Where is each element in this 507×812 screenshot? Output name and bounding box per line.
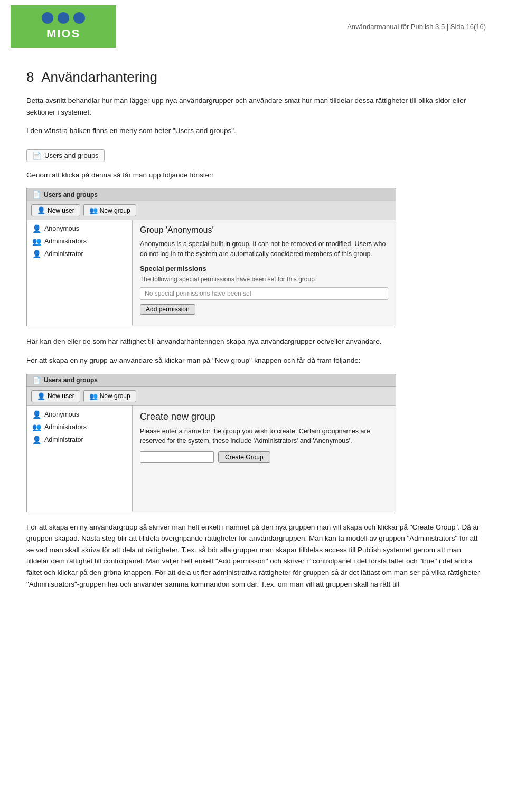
- special-permissions-label: Special permissions: [140, 265, 388, 272]
- list-item-administrator-2-label: Administrator: [44, 436, 83, 443]
- window2-list: 👤 Anonymous 👥 Administrators 👤 Administr…: [27, 406, 133, 512]
- chapter-number: 8: [26, 69, 34, 85]
- chapter-title: 8 Användarhantering: [26, 69, 481, 86]
- list-item-administrator-label: Administrator: [44, 250, 83, 258]
- chapter-name: Användarhantering: [41, 69, 157, 85]
- logo-circle-2: [58, 12, 69, 24]
- logo-circle-1: [42, 12, 53, 24]
- list-item-anonymous-label: Anonymous: [44, 225, 79, 232]
- window1-toolbar: 👤 New user 👥 New group: [27, 201, 396, 220]
- list-item-administrators-2-label: Administrators: [44, 423, 87, 431]
- ui-window-1: 📄 Users and groups 👤 New user 👥 New grou…: [26, 188, 396, 326]
- window2-title-icon: 📄: [32, 376, 41, 384]
- new-user-icon-2: 👤: [37, 392, 45, 400]
- window1-new-group-button[interactable]: 👥 New group: [83, 204, 136, 216]
- list-item-anonymous-2[interactable]: 👤 Anonymous: [27, 408, 132, 421]
- window2-new-group-label: New group: [100, 392, 130, 400]
- logo-circle-3: [73, 12, 85, 24]
- window2-new-user-button[interactable]: 👤 New user: [31, 390, 80, 402]
- window2-toolbar: 👤 New user 👥 New group: [27, 387, 396, 406]
- window2-title-text: Users and groups: [44, 376, 98, 384]
- add-permission-button[interactable]: Add permission: [140, 304, 195, 315]
- group-name-input[interactable]: [140, 451, 214, 463]
- manual-title: Användarmanual för Publish 3.5 | Sida 16…: [116, 23, 496, 31]
- create-group-title: Create new group: [140, 411, 388, 422]
- after-window2-paragraph: För att skapa en ny användargrupp så skr…: [26, 522, 481, 590]
- window1-title-text: Users and groups: [44, 191, 98, 199]
- window1-body: 👤 Anonymous 👥 Administrators 👤 Administr…: [27, 220, 396, 326]
- window1-title-icon: 📄: [32, 191, 41, 199]
- window-intro-paragraph: Genom att klicka på denna så får man upp…: [26, 169, 481, 181]
- window1-new-user-button[interactable]: 👤 New user: [31, 204, 80, 216]
- new-group-icon-2: 👥: [89, 392, 98, 400]
- create-group-row: Create Group: [140, 451, 388, 463]
- list-item-anonymous-1[interactable]: 👤 Anonymous: [27, 222, 132, 235]
- create-group-description: Please enter a name for the group you wi…: [140, 427, 388, 447]
- window2-right-panel: Create new group Please enter a name for…: [133, 406, 396, 512]
- user-icon-5: 👥: [32, 423, 41, 431]
- logo-text: MIOS: [46, 27, 80, 41]
- menu-ref-paragraph: I den vänstra balken finns en meny som h…: [26, 125, 481, 137]
- list-item-administrators-label: Administrators: [44, 238, 87, 245]
- window1-new-group-label: New group: [100, 207, 130, 214]
- window2-new-group-button[interactable]: 👥 New group: [83, 390, 136, 402]
- list-item-administrators-1[interactable]: 👥 Administrators: [27, 235, 132, 248]
- after-window1-paragraph: Här kan den eller de som har rättighet t…: [26, 336, 481, 347]
- window1-new-user-label: New user: [48, 207, 74, 214]
- group-title: Group 'Anonymous': [140, 225, 388, 235]
- page-header: MIOS Användarmanual för Publish 3.5 | Si…: [0, 0, 507, 53]
- logo-circles: [42, 12, 85, 24]
- new-group-intro-paragraph: För att skapa en ny grupp av användare s…: [26, 355, 481, 366]
- list-item-anonymous-2-label: Anonymous: [44, 411, 79, 418]
- window1-list: 👤 Anonymous 👥 Administrators 👤 Administr…: [27, 220, 133, 326]
- new-group-icon: 👥: [89, 206, 98, 214]
- menu-item-display: 📄 Users and groups: [26, 149, 105, 162]
- user-icon-4: 👤: [32, 410, 41, 419]
- user-icon-6: 👤: [32, 436, 41, 444]
- window2-new-user-label: New user: [48, 392, 74, 400]
- user-icon-2: 👥: [32, 237, 41, 246]
- logo-box: MIOS: [11, 5, 116, 48]
- ui-window-2: 📄 Users and groups 👤 New user 👥 New grou…: [26, 374, 396, 512]
- permissions-line: The following special permissions have b…: [140, 275, 388, 284]
- list-item-administrator-1[interactable]: 👤 Administrator: [27, 248, 132, 260]
- main-content: 8 Användarhantering Detta avsnitt behand…: [0, 53, 507, 613]
- user-icon-3: 👤: [32, 250, 41, 258]
- window2-body: 👤 Anonymous 👥 Administrators 👤 Administr…: [27, 406, 396, 512]
- window1-right-panel: Group 'Anonymous' Anonymous is a special…: [133, 220, 396, 326]
- window2-title-bar: 📄 Users and groups: [27, 374, 396, 387]
- intro-paragraph: Detta avsnitt behandlar hur man lägger u…: [26, 95, 481, 118]
- create-group-button[interactable]: Create Group: [218, 451, 270, 463]
- menu-item-label: Users and groups: [44, 152, 99, 159]
- user-icon-1: 👤: [32, 224, 41, 233]
- list-item-administrator-2[interactable]: 👤 Administrator: [27, 433, 132, 446]
- window1-title-bar: 📄 Users and groups: [27, 188, 396, 201]
- doc-icon: 📄: [32, 152, 41, 160]
- new-user-icon: 👤: [37, 206, 45, 214]
- list-item-administrators-2[interactable]: 👥 Administrators: [27, 421, 132, 433]
- no-permissions-box: No special permissions have been set: [140, 287, 388, 300]
- group-description: Anonymous is a special built in group. I…: [140, 239, 388, 259]
